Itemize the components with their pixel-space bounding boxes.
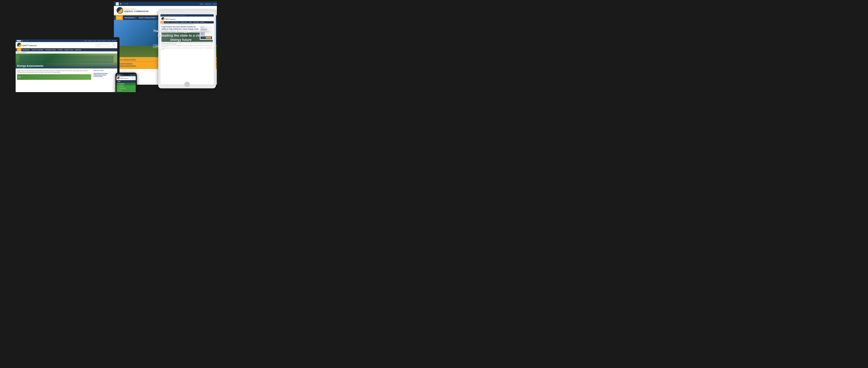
laptop-header: CALIFORNIA ENERGY COMMISSION Enter keywo… (16, 42, 117, 48)
tablet-nav-data[interactable]: DATA & REPORTS (192, 21, 199, 24)
phone-nav-home[interactable]: HOME (117, 80, 136, 83)
laptop-nav-proceedings[interactable]: PROCEEDINGS ▾ (22, 48, 31, 52)
phone-twitter-icon: 𝕋 (122, 75, 123, 76)
tablet-logo-img (161, 17, 165, 21)
tablet-nav-funding[interactable]: FUNDING (188, 21, 192, 24)
get-updates-button[interactable]: GET UPDATES ↓ (179, 44, 194, 48)
proceedings-chevron-up: ▴ (134, 83, 134, 85)
rules-dropdown-arrow (156, 17, 157, 19)
laptop-gov-logo: CA.GOV (17, 40, 21, 41)
ca-gov-logo: CA.GOV (116, 2, 119, 5)
logo-area: CALIFORNIA ENERGY COMMISSION (117, 7, 149, 14)
laptop-nav-reports[interactable]: REPORTS & DATA ▾ (64, 48, 74, 52)
arrow-down-icon-2: ↓ (192, 45, 192, 47)
phone-sub-docket[interactable]: Docket (117, 90, 136, 92)
laptop-nav-showcase[interactable]: SHOWCASE ▾ (74, 48, 82, 52)
nav-rules[interactable]: RULES & REGULATIONS (137, 15, 158, 20)
laptop-nav-funding[interactable]: FUNDING ▾ (57, 48, 64, 52)
topbar-about[interactable]: About (200, 3, 203, 5)
phone-topbar-right: Settings ⚙ ✕ (130, 75, 135, 76)
about-us-button[interactable]: ABOUT US ↓ (196, 44, 209, 48)
laptop-nav-policies[interactable]: POLICIES & STANDARDS ▾ (31, 48, 44, 52)
phone-sub-siting-cases[interactable]: Siting Cases (117, 92, 136, 92)
laptop-iepr-label: IEPR (18, 76, 21, 77)
phone-logo-img (117, 77, 120, 79)
phone-header: CALIFORNIA ENERGY COMMISSION 🔍 ✕ (117, 76, 136, 80)
logo-line2: ENERGY COMMISSION (124, 10, 149, 13)
phone-menu-close-icon[interactable]: ✕ (134, 77, 135, 79)
phone-header-icons: 🔍 ✕ (131, 77, 135, 79)
laptop-hero-title: Energy Assessments (17, 64, 43, 67)
laptop-device: CA.GOV 🏠 𝕋 f in 📷 About Newsroom Events … (13, 37, 125, 92)
tablet-careers[interactable]: Careers (171, 15, 173, 16)
laptop-sidebar-link-3[interactable]: Fuel Price Overview (93, 75, 116, 77)
phone-notch (123, 74, 129, 75)
laptop-newsroom[interactable]: Newsroom (88, 40, 92, 41)
topbar-events[interactable]: Events (213, 3, 217, 5)
tablet-settings[interactable]: ⚙ Settings (181, 15, 185, 16)
explore-popular-links-button[interactable]: EXPLORE POPULAR LINKS ↓ (153, 44, 178, 48)
tablet-logo: CALIFORNIA ENERGY COMMISSION (161, 17, 176, 21)
tablet-nav-rules[interactable]: RULES & REGULATIONS (170, 21, 180, 24)
cec-logo-image (117, 7, 123, 14)
laptop-careers[interactable]: Careers (97, 40, 101, 41)
phone-nav-proceedings[interactable]: PROCEEDINGS ▴ (117, 83, 136, 85)
laptop-contact[interactable]: Contact (107, 40, 111, 41)
proceedings-dropdown-arrow (135, 17, 136, 19)
laptop-search[interactable]: Enter keywords, e.g. Tracking Progress 🔍 (95, 43, 116, 47)
tablet-newsroom[interactable]: Newsroom (164, 15, 167, 16)
phone-search-icon[interactable]: 🔍 (131, 77, 133, 79)
twitter-icon: 𝕋 (122, 3, 123, 5)
home-icon: 🏠 (120, 3, 122, 5)
laptop-content: Sample content: Find and download curren… (16, 68, 117, 81)
laptop-hero-image: Energy Assessments (16, 54, 117, 68)
tablet-nav-home[interactable]: HOME (160, 21, 164, 24)
laptop-logo-img (17, 43, 22, 47)
laptop-twitter-icon: 𝕋 (24, 40, 24, 41)
instagram-icon: 📷 (127, 3, 128, 5)
phone-sub-proceedings[interactable]: Proceedings (117, 85, 136, 87)
laptop-sidebar-link-1[interactable]: Integrated Energy Policy Report (93, 73, 116, 74)
tablet-nav-showcase[interactable]: SHOWCASE (199, 21, 205, 24)
tablet-nav-proceedings[interactable]: PROCEEDINGS (164, 21, 170, 24)
tablet-about[interactable]: About (161, 15, 163, 16)
laptop-logo: CALIFORNIA ENERGY COMMISSION (17, 43, 37, 47)
phone-sub-business-meetings[interactable]: Business Meetings (117, 87, 136, 90)
laptop-about[interactable]: About (84, 40, 87, 41)
tablet-topbar: About Newsroom Events Careers Resources … (160, 14, 214, 16)
phone-li-icon: in (123, 75, 124, 75)
tablet-contact[interactable]: Contact (178, 15, 181, 16)
phone-close-icon: ✕ (134, 75, 135, 76)
laptop-events[interactable]: Events (93, 40, 96, 41)
tablet-nav-programs[interactable]: PROGRAMS & TOPICS (180, 21, 188, 24)
hero-buttons: EXPLORE POPULAR LINKS ↓ GET UPDATES ↓ AB… (153, 44, 209, 48)
phone-proceedings-submenu: Proceedings Business Meetings Docket Sit… (117, 85, 136, 92)
tablet-screen: About Newsroom Events Careers Resources … (160, 14, 214, 84)
laptop-sidebar-link-2[interactable]: Gasoline Statistics and Data (93, 74, 116, 75)
tablet-events[interactable]: Events (168, 15, 170, 16)
tablet-main-nav: HOME PROCEEDINGS RULES & REGULATIONS PRO… (160, 21, 214, 24)
tablet-home-button[interactable] (184, 82, 190, 87)
topbar-newsroom[interactable]: Newsroom (205, 3, 211, 5)
tablet-logo-text: CALIFORNIA ENERGY COMMISSION (165, 18, 176, 20)
hero-headline: The California Energy Commission is lead… (153, 29, 209, 42)
laptop-nav-home[interactable]: HOME (17, 48, 22, 52)
arrow-down-icon: ↓ (175, 45, 176, 47)
phone-screen: CA.GOV 🏠 𝕋 f in Settings ⚙ ✕ CALIFORNIA … (117, 74, 136, 92)
site-topbar: CA.GOV 🏠 𝕋 f in 📷 About Newsroom Events … (114, 2, 217, 6)
laptop-breadcrumb: Home > Assessments (16, 52, 117, 54)
arrow-down-icon-3: ↓ (206, 45, 207, 47)
nav-home[interactable]: HOME (116, 15, 123, 20)
laptop-nav-programs[interactable]: PROGRAMS & TOPICS ▾ (44, 48, 57, 52)
nav-proceedings[interactable]: PROCEEDINGS (123, 15, 137, 20)
laptop-fb-icon: f (25, 40, 25, 41)
tablet-resources[interactable]: Resources (174, 15, 177, 16)
laptop-settings[interactable]: ⚙ Settings (112, 40, 116, 41)
social-icons: 🏠 𝕋 f in 📷 (120, 3, 128, 5)
laptop-resources[interactable]: Resources (102, 40, 106, 41)
laptop-iepr-bar: IEPR (17, 74, 91, 80)
laptop-topbar: CA.GOV 🏠 𝕋 f in 📷 About Newsroom Events … (16, 39, 117, 42)
laptop-ig-icon: 📷 (27, 40, 28, 41)
phone-settings-icon: ⚙ (133, 75, 134, 76)
phone-logo-text: CALIFORNIA ENERGY COMMISSION (120, 77, 128, 79)
